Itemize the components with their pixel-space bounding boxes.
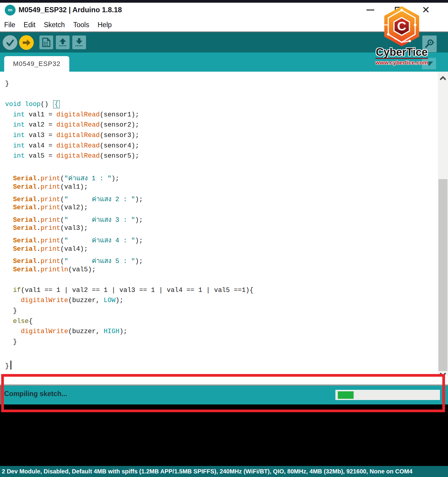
watermark-brand: CyberTice [375, 47, 428, 57]
code-line: Serial.print(" ค่าแสง 3 : "); [5, 214, 436, 225]
code-editor[interactable]: }void loop() { int val1 = digitalRead(se… [0, 72, 448, 384]
tab-label: M0549_ESP32 [13, 60, 61, 68]
menu-sketch[interactable]: Sketch [43, 20, 66, 30]
board-info-bar: 2 Dev Module, Disabled, Default 4MB with… [0, 466, 448, 477]
code-line: Serial.print(val1); [5, 183, 436, 194]
scroll-up-button[interactable] [438, 73, 448, 84]
arrow-down-icon [74, 38, 84, 47]
cybertice-watermark: C CyberTice www.cybertice.com [375, 5, 428, 66]
code-line: digitalWrite(buzzer, HIGH); [5, 328, 436, 338]
code-line: if(val1 == 1 | val2 == 1 | val3 == 1 | v… [5, 287, 436, 297]
code-content: }void loop() { int val1 = digitalRead(se… [0, 80, 436, 369]
open-button[interactable] [56, 36, 70, 49]
code-line: Serial.println(val5); [5, 266, 436, 276]
annotation-highlight-rectangle [1, 374, 445, 412]
code-line: int val2 = digitalRead(sensor2); [5, 121, 436, 132]
code-line: Serial.print(val2); [5, 204, 436, 214]
code-line: int val5 = digitalRead(sensor5); [5, 152, 436, 163]
window-title: M0549_ESP32 | Arduino 1.8.18 [19, 6, 122, 14]
code-line: int val4 = digitalRead(sensor4); [5, 142, 436, 153]
menu-tools[interactable]: Tools [72, 20, 90, 30]
code-line: } [5, 359, 436, 369]
text-caret [10, 361, 11, 370]
code-line: } [5, 80, 436, 90]
code-line: } [5, 307, 436, 318]
console-output [0, 404, 448, 466]
window-top-edge [0, 0, 448, 3]
code-line: int val1 = digitalRead(sensor1); [5, 111, 436, 121]
code-line: Serial.print(" ค่าแสง 5 : "); [5, 256, 436, 266]
code-line [5, 163, 436, 173]
code-line: Serial.print("ค่าแสง 1 : "); [5, 173, 436, 183]
arduino-ide-window: ∞ M0549_ESP32 | Arduino 1.8.18 ✕ File Ed… [0, 0, 448, 477]
arrow-up-icon [58, 38, 67, 47]
new-sketch-icon [42, 38, 50, 47]
code-line: Serial.print(" ค่าแสง 4 : "); [5, 235, 436, 245]
minimize-icon [366, 10, 374, 10]
code-line: int val3 = digitalRead(sensor3); [5, 132, 436, 142]
board-info-text: 2 Dev Module, Disabled, Default 4MB with… [2, 468, 412, 475]
watermark-url: www.cybertice.com [375, 58, 428, 66]
code-line [5, 348, 436, 359]
cybertice-logo-icon: C [378, 5, 425, 48]
scroll-up-icon [439, 76, 447, 81]
arduino-logo-icon: ∞ [5, 5, 16, 16]
new-sketch-button[interactable] [39, 36, 53, 49]
menu-edit[interactable]: Edit [22, 20, 37, 30]
code-line [5, 90, 436, 101]
save-button[interactable] [72, 36, 86, 49]
scrollbar-thumb[interactable] [438, 179, 447, 371]
code-line: digitalWrite(buzzer, LOW); [5, 297, 436, 307]
code-line [5, 276, 436, 287]
code-line: else{ [5, 318, 436, 328]
code-line: Serial.print(" ค่าแสง 2 : "); [5, 194, 436, 204]
code-line: void loop() { [5, 101, 436, 111]
verify-button[interactable] [3, 35, 17, 50]
menu-help[interactable]: Help [96, 20, 113, 30]
svg-text:C: C [397, 19, 406, 33]
code-line: Serial.print(val3); [5, 224, 436, 235]
check-icon [6, 38, 15, 47]
menu-file[interactable]: File [3, 20, 16, 30]
arrow-right-icon [22, 39, 31, 47]
upload-button[interactable] [19, 35, 34, 50]
code-line: Serial.print(val4); [5, 245, 436, 256]
tab-sketch[interactable]: M0549_ESP32 [4, 56, 69, 72]
code-line: } [5, 338, 436, 349]
